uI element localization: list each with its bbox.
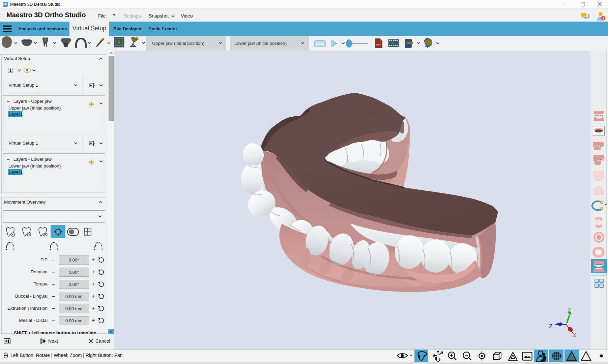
svg-text:X: X <box>573 332 576 338</box>
svg-text:Z: Z <box>549 323 552 330</box>
svg-text:Y: Y <box>568 307 571 313</box>
svg-text:1: 1 <box>9 68 11 72</box>
svg-text:✎: ✎ <box>28 233 30 236</box>
svg-text:PDF: PDF <box>376 43 381 46</box>
